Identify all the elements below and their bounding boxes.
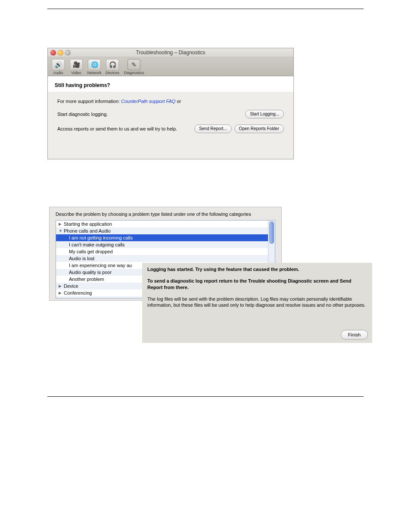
send-report-button[interactable]: Send Report...: [194, 124, 231, 133]
start-logging-button[interactable]: Start Logging...: [245, 110, 284, 118]
scrollbar-thumb[interactable]: [269, 221, 274, 244]
tree-starting-label: Starting the application: [64, 221, 112, 227]
tab-diagnostics-label: Diagnostics: [122, 71, 146, 75]
reports-label: Access reports or send them to us and we…: [57, 126, 194, 131]
tree-item-no-outgoing[interactable]: I can't make outgoing calls: [56, 241, 275, 248]
video-icon: 🎥: [70, 59, 83, 70]
tree-item-calls-dropped[interactable]: My calls get dropped: [56, 248, 275, 255]
chevron-right-icon: ▶: [59, 221, 63, 227]
tree-item-audio-lost-label: Audio is lost: [69, 255, 94, 262]
tree-item-audio-quality-label: Audio quality is poor: [69, 269, 112, 276]
tree-conf-label: Conferencing: [64, 289, 92, 296]
tree-item-another-label: Another problem: [69, 276, 104, 283]
audio-icon: 🔊: [52, 59, 65, 70]
logging-started-line1: Logging has started. Try using the featu…: [147, 266, 367, 273]
finish-button[interactable]: Finish: [341, 330, 368, 339]
tab-video-label: Video: [68, 71, 85, 75]
support-prefix: For more support information:: [57, 99, 121, 104]
tree-item-no-outgoing-label: I can't make outgoing calls: [69, 241, 125, 248]
minimize-icon[interactable]: [58, 50, 63, 56]
network-icon: 🌐: [88, 59, 101, 70]
tree-item-no-incoming[interactable]: I am not getting incoming calls: [56, 234, 275, 241]
zoom-icon[interactable]: [65, 50, 71, 56]
pane-heading: Still having problems?: [55, 82, 286, 88]
tree-phone-calls-audio[interactable]: ▼ Phone calls and Audio: [56, 227, 275, 234]
tree-item-calls-dropped-label: My calls get dropped: [69, 248, 113, 255]
page-bottom-rule: [47, 396, 364, 397]
window-toolbar: 🔊 Audio 🎥 Video 🌐 Network 🎧 Devices ✎ Di…: [48, 57, 293, 76]
tree-phone-label: Phone calls and Audio: [64, 227, 111, 234]
tab-devices[interactable]: 🎧 Devices: [104, 59, 121, 75]
chevron-down-icon: ▼: [59, 227, 63, 234]
tab-video[interactable]: 🎥 Video: [68, 59, 85, 75]
chevron-right-icon: ▶: [59, 296, 63, 299]
page-top-rule: [47, 9, 364, 9]
tab-network[interactable]: 🌐 Network: [86, 59, 103, 75]
tree-starting-application[interactable]: ▶ Starting the application: [56, 221, 275, 227]
popup-instruction: Describe the problem by choosing a probl…: [56, 212, 275, 217]
support-line: For more support information: CounterPat…: [57, 99, 284, 104]
tree-device-label: Device: [64, 283, 78, 289]
logging-label: Start diagnostic logging.: [57, 112, 245, 117]
window-titlebar: Troubleshooting – Diagnostics: [48, 48, 293, 57]
tab-network-label: Network: [86, 71, 103, 75]
troubleshooting-window: Troubleshooting – Diagnostics 🔊 Audio 🎥 …: [47, 48, 294, 159]
logging-started-line3: The log files will be sent with the prob…: [147, 296, 367, 309]
tree-item-audio-lost[interactable]: Audio is lost: [56, 255, 275, 262]
chevron-right-icon: ▶: [59, 289, 63, 296]
diagnostics-icon: ✎: [128, 59, 140, 70]
chevron-right-icon: ▶: [59, 283, 63, 289]
tree-item-no-incoming-label: I am not getting incoming calls: [69, 234, 133, 241]
open-reports-folder-button[interactable]: Open Reports Folder: [234, 124, 284, 133]
devices-icon: 🎧: [106, 59, 119, 70]
tab-diagnostics[interactable]: ✎ Diagnostics: [122, 59, 146, 75]
tab-audio-label: Audio: [50, 71, 67, 75]
support-suffix: or: [177, 99, 181, 104]
tree-msg-label: Messaging/Online Status: [64, 296, 116, 299]
logging-started-line2: To send a diagnostic log report return t…: [147, 278, 367, 291]
logging-started-panel: Logging has started. Try using the featu…: [142, 263, 372, 343]
window-title: Troubleshooting – Diagnostics: [48, 50, 293, 56]
tab-devices-label: Devices: [104, 71, 121, 75]
tab-audio[interactable]: 🔊 Audio: [50, 59, 67, 75]
close-icon[interactable]: [50, 50, 56, 56]
faq-link[interactable]: CounterPath support FAQ: [121, 99, 175, 104]
tree-item-one-way-audio-label: I am experiencing one way au: [69, 262, 132, 269]
